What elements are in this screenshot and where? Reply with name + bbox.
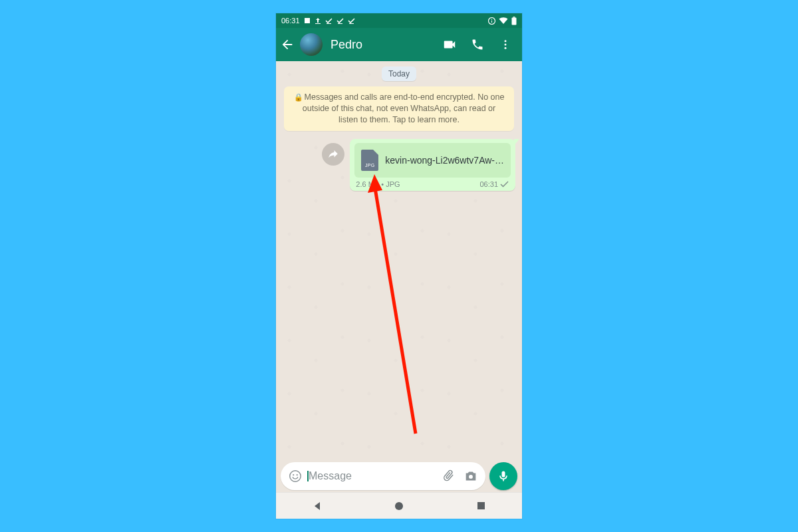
check-icon [325, 17, 332, 24]
file-type-icon: JPG [361, 150, 378, 171]
svg-point-11 [505, 47, 507, 49]
svg-line-12 [374, 184, 416, 434]
camera-button[interactable] [462, 469, 480, 483]
status-bar: 06:31 [276, 13, 522, 28]
upload-icon [315, 17, 321, 24]
svg-rect-0 [305, 18, 310, 23]
battery-icon [511, 17, 517, 25]
message-input-box[interactable]: Message [281, 462, 485, 490]
sent-check-icon [500, 181, 509, 188]
contact-avatar[interactable] [300, 33, 323, 56]
svg-point-18 [395, 502, 403, 510]
svg-rect-3 [349, 23, 354, 24]
wifi-icon [499, 17, 508, 25]
video-call-button[interactable] [437, 28, 462, 61]
status-icon [304, 17, 311, 24]
file-attachment[interactable]: JPG kevin-wong-Li2w6wtv7Aw-… [354, 143, 511, 178]
encryption-notice[interactable]: 🔒Messages and calls are end-to-end encry… [284, 86, 514, 131]
nav-back-button[interactable] [297, 501, 337, 511]
status-time: 06:31 [281, 17, 300, 25]
svg-point-17 [469, 475, 473, 479]
nav-home-button[interactable] [379, 501, 419, 511]
svg-rect-2 [338, 23, 342, 24]
svg-rect-5 [491, 19, 492, 19]
message-time: 06:31 [479, 180, 498, 188]
date-separator: Today [382, 66, 416, 81]
svg-rect-8 [512, 17, 517, 25]
svg-point-9 [505, 40, 507, 42]
message-bubble[interactable]: JPG kevin-wong-Li2w6wtv7Aw-… 2.6 MB • JP… [350, 139, 515, 191]
emoji-button[interactable] [286, 469, 305, 483]
more-options-button[interactable] [493, 28, 518, 61]
check-icon [348, 17, 355, 24]
system-nav-bar [276, 492, 522, 519]
phone-frame: 06:31 Pedro [276, 13, 522, 519]
voice-call-button[interactable] [465, 28, 490, 61]
voice-message-button[interactable] [489, 462, 517, 490]
forward-button[interactable] [322, 143, 344, 166]
message-input[interactable]: Message [309, 470, 435, 482]
svg-rect-1 [327, 23, 331, 24]
attach-button[interactable] [439, 469, 458, 483]
file-name: kevin-wong-Li2w6wtv7Aw-… [385, 155, 504, 166]
back-button[interactable] [279, 28, 296, 61]
check-icon [336, 17, 344, 24]
svg-point-14 [290, 471, 301, 482]
svg-point-10 [505, 44, 507, 46]
svg-point-15 [293, 474, 294, 475]
svg-point-16 [297, 474, 298, 475]
input-area: Message [276, 460, 522, 492]
svg-rect-19 [477, 502, 485, 509]
chat-header: Pedro [276, 28, 522, 61]
contact-name[interactable]: Pedro [327, 38, 433, 52]
encryption-text: Messages and calls are end-to-end encryp… [303, 92, 505, 124]
chat-area[interactable]: Today 🔒Messages and calls are end-to-end… [276, 61, 522, 460]
text-cursor [307, 471, 309, 481]
nav-recents-button[interactable] [461, 501, 501, 511]
lock-icon: 🔒 [294, 93, 303, 101]
info-icon [488, 17, 495, 25]
message-row: JPG kevin-wong-Li2w6wtv7Aw-… 2.6 MB • JP… [283, 139, 515, 191]
svg-rect-6 [491, 20, 492, 22]
file-meta: 2.6 MB • JPG [356, 180, 400, 188]
svg-rect-7 [513, 17, 515, 18]
